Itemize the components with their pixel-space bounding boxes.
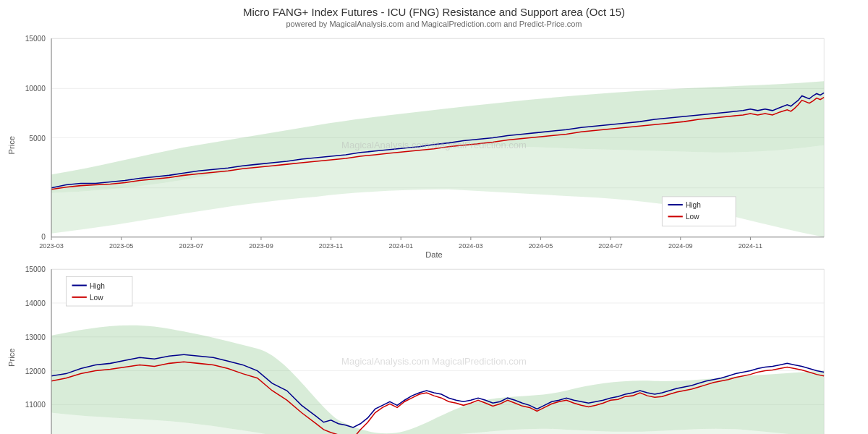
chart1-wrapper: 15000 10000 5000 0 Price 2023-03 xyxy=(7,30,861,260)
svg-text:Price: Price xyxy=(7,136,16,154)
svg-text:2023-11: 2023-11 xyxy=(319,242,344,250)
chart1-svg: 15000 10000 5000 0 Price 2023-03 xyxy=(7,30,861,260)
charts-container: 15000 10000 5000 0 Price 2023-03 xyxy=(0,30,868,434)
svg-text:Date: Date xyxy=(425,250,443,259)
svg-text:2024-03: 2024-03 xyxy=(459,242,483,250)
page-title: Micro FANG+ Index Futures - ICU (FNG) Re… xyxy=(0,6,868,18)
svg-text:2023-03: 2023-03 xyxy=(39,242,64,250)
svg-text:11000: 11000 xyxy=(25,401,46,409)
svg-text:2023-07: 2023-07 xyxy=(179,242,204,250)
page-subtitle: powered by MagicalAnalysis.com and Magic… xyxy=(0,20,868,28)
header: Micro FANG+ Index Futures - ICU (FNG) Re… xyxy=(0,0,868,30)
svg-text:15000: 15000 xyxy=(25,35,46,43)
svg-text:2023-09: 2023-09 xyxy=(249,242,273,250)
svg-text:13000: 13000 xyxy=(25,333,46,341)
svg-rect-78 xyxy=(66,277,132,307)
svg-text:High: High xyxy=(90,282,105,290)
svg-text:2024-09: 2024-09 xyxy=(668,242,693,250)
svg-text:2024-11: 2024-11 xyxy=(739,242,763,250)
page-container: Micro FANG+ Index Futures - ICU (FNG) Re… xyxy=(0,0,868,434)
svg-text:2024-05: 2024-05 xyxy=(529,242,553,250)
chart2-wrapper: 15000 14000 13000 12000 11000 10000 Pric… xyxy=(7,260,861,434)
svg-text:Low: Low xyxy=(686,213,699,221)
svg-text:0: 0 xyxy=(41,233,46,241)
svg-text:2023-05: 2023-05 xyxy=(109,242,134,250)
svg-text:2024-07: 2024-07 xyxy=(598,242,623,250)
svg-text:14000: 14000 xyxy=(25,299,46,307)
svg-text:5000: 5000 xyxy=(29,135,46,142)
svg-text:High: High xyxy=(686,201,701,209)
svg-text:Price: Price xyxy=(7,349,16,367)
svg-text:12000: 12000 xyxy=(25,367,46,375)
svg-text:10000: 10000 xyxy=(25,85,46,93)
svg-text:2024-01: 2024-01 xyxy=(388,242,413,250)
svg-text:Low: Low xyxy=(90,294,103,302)
svg-text:15000: 15000 xyxy=(25,266,46,274)
chart2-svg: 15000 14000 13000 12000 11000 10000 Pric… xyxy=(7,260,861,434)
